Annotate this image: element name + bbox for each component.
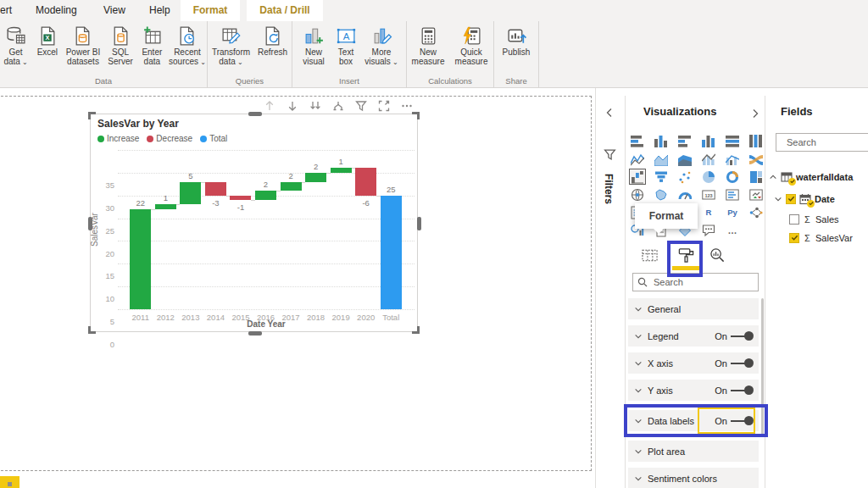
- format-search-input[interactable]: [652, 276, 737, 288]
- enter-data-button[interactable]: Enter data: [138, 24, 166, 67]
- selection-handle[interactable]: [248, 331, 262, 336]
- selection-handle[interactable]: [417, 217, 421, 230]
- gauge-icon[interactable]: [677, 187, 693, 202]
- more-options-icon[interactable]: …: [725, 223, 740, 237]
- legend-toggle[interactable]: On: [715, 331, 753, 341]
- fields-search-input[interactable]: [785, 136, 868, 148]
- funnel-chart-icon[interactable]: [654, 169, 669, 184]
- filled-map-icon[interactable]: [654, 187, 669, 202]
- selection-handle[interactable]: [88, 326, 96, 334]
- selection-handle[interactable]: [88, 112, 96, 119]
- waterfall-bar-2019[interactable]: [331, 168, 352, 172]
- python-visual-icon[interactable]: Py: [725, 205, 740, 219]
- text-box-button[interactable]: A Text box: [331, 24, 360, 67]
- format-section-x-axis[interactable]: X axis On: [628, 352, 759, 374]
- clustered-bar-chart-icon[interactable]: [677, 134, 693, 148]
- x-axis-toggle[interactable]: On: [715, 358, 753, 369]
- data-labels-toggle[interactable]: On: [715, 416, 753, 426]
- multi-row-card-icon[interactable]: [725, 187, 740, 202]
- publish-icon: [506, 25, 527, 47]
- powerbi-datasets-button[interactable]: Power BI datasets: [64, 24, 103, 67]
- pie-chart-icon[interactable]: [701, 169, 716, 184]
- format-section-legend[interactable]: Legend On: [628, 325, 759, 347]
- transform-data-button[interactable]: Transform data: [209, 24, 253, 68]
- map-icon[interactable]: [630, 187, 645, 202]
- powerbi-taskbar-icon[interactable]: [0, 476, 19, 488]
- field-item-sales[interactable]: Σ Sales: [765, 212, 868, 226]
- waterfall-bar-2012[interactable]: [155, 204, 176, 208]
- format-tab[interactable]: [676, 245, 696, 265]
- filters-pane-title[interactable]: Filters: [603, 174, 615, 204]
- clustered-column-chart-icon[interactable]: [701, 134, 716, 148]
- report-canvas[interactable]: SalesVar by Year Increase Decrease Total…: [0, 96, 592, 471]
- waterfall-bar-Total[interactable]: [381, 196, 402, 309]
- date-checkbox[interactable]: [786, 194, 796, 204]
- more-visuals-button[interactable]: More visuals: [362, 24, 401, 68]
- format-section-plot-area[interactable]: Plot area: [628, 441, 759, 462]
- card-icon[interactable]: 123: [701, 187, 716, 202]
- legend-item-increase[interactable]: Increase: [97, 134, 139, 143]
- waterfall-bar-2017[interactable]: [281, 182, 302, 191]
- waterfall-visual[interactable]: SalesVar by Year Increase Decrease Total…: [90, 114, 418, 332]
- collapse-visualizations-icon[interactable]: [750, 107, 760, 122]
- stacked-bar-chart-icon[interactable]: [630, 134, 645, 148]
- line-and-stacked-column-chart-icon[interactable]: [701, 152, 716, 166]
- salesvar-checkbox[interactable]: [789, 233, 799, 243]
- y-axis-toggle[interactable]: On: [715, 385, 753, 396]
- menu-item-insert[interactable]: ert: [0, 0, 17, 21]
- recent-sources-button[interactable]: Recent sources: [168, 24, 207, 68]
- waterfall-bar-2018[interactable]: [305, 173, 326, 182]
- menu-tab-format[interactable]: Format: [181, 0, 240, 21]
- selection-handle[interactable]: [248, 112, 262, 116]
- format-section-data-labels[interactable]: Data labels On: [628, 410, 759, 431]
- legend-item-total[interactable]: Total: [200, 134, 227, 143]
- get-data-button[interactable]: Get data: [0, 24, 31, 68]
- excel-button[interactable]: X Excel: [33, 24, 61, 58]
- menu-item-help[interactable]: Help: [144, 0, 175, 21]
- fields-tab[interactable]: [639, 245, 659, 265]
- publish-button[interactable]: Publish: [498, 24, 535, 58]
- analytics-tab[interactable]: [707, 245, 727, 265]
- scatter-chart-icon[interactable]: [677, 169, 693, 184]
- stacked-area-chart-icon[interactable]: [677, 152, 693, 166]
- selection-handle[interactable]: [412, 112, 420, 119]
- waterfall-bar-2020[interactable]: [355, 168, 376, 195]
- new-visual-button[interactable]: New visual: [298, 24, 330, 67]
- field-item-salesvar[interactable]: Σ SalesVar: [765, 230, 868, 245]
- r-script-visual-icon[interactable]: R: [701, 205, 716, 219]
- format-section-general[interactable]: General: [628, 298, 759, 319]
- field-item-date[interactable]: Date: [765, 191, 868, 206]
- donut-chart-icon[interactable]: [725, 169, 740, 184]
- legend-item-decrease[interactable]: Decrease: [147, 134, 192, 143]
- format-section-sentiment-colors[interactable]: Sentiment colors: [628, 468, 759, 488]
- field-table-waterfalldata[interactable]: waterfalldata: [765, 169, 868, 184]
- expand-filters-icon[interactable]: [604, 106, 615, 121]
- menu-item-view[interactable]: View: [98, 0, 131, 21]
- format-pane-scrollbar[interactable]: [761, 298, 764, 436]
- ribbon-chart-icon[interactable]: [748, 152, 764, 166]
- quick-measure-button[interactable]: Quick measure: [450, 24, 492, 67]
- waterfall-bar-2015[interactable]: [230, 196, 251, 200]
- waterfall-bar-2014[interactable]: [205, 182, 226, 196]
- format-section-y-axis[interactable]: Y axis On: [628, 380, 759, 401]
- refresh-button[interactable]: Refresh: [255, 24, 291, 58]
- waterfall-bar-2016[interactable]: [255, 191, 276, 200]
- waterfall-bar-2011[interactable]: [130, 209, 151, 309]
- stacked-column-chart-icon[interactable]: [654, 134, 669, 148]
- menu-tab-data-drill[interactable]: Data / Drill: [247, 0, 323, 21]
- treemap-icon[interactable]: [748, 169, 764, 184]
- menu-item-modeling[interactable]: Modeling: [31, 0, 82, 21]
- line-chart-icon[interactable]: [630, 152, 645, 166]
- sql-server-button[interactable]: SQL Server: [104, 24, 136, 67]
- waterfall-chart-icon[interactable]: [630, 169, 645, 184]
- sales-checkbox[interactable]: [789, 214, 799, 225]
- line-and-clustered-column-chart-icon[interactable]: [725, 152, 740, 166]
- area-chart-icon[interactable]: [654, 152, 669, 166]
- 100-stacked-column-chart-icon[interactable]: [748, 134, 764, 148]
- decomposition-tree-icon[interactable]: [748, 205, 764, 219]
- waterfall-bar-2013[interactable]: [180, 182, 201, 205]
- q-and-a-icon[interactable]: [701, 223, 716, 237]
- kpi-icon[interactable]: [748, 187, 764, 202]
- new-measure-button[interactable]: New measure: [408, 24, 448, 67]
- 100-stacked-bar-chart-icon[interactable]: [725, 134, 740, 148]
